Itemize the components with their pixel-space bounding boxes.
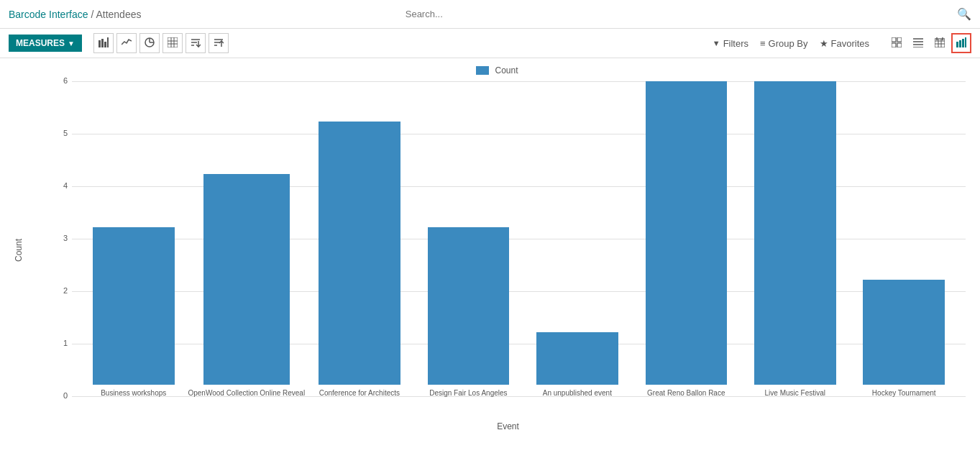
svg-rect-1: [101, 39, 104, 47]
svg-rect-21: [897, 37, 902, 42]
legend-label: Count: [495, 65, 518, 76]
bar-chart-button[interactable]: [93, 33, 114, 53]
y-tick-label: 0: [52, 391, 68, 400]
calendar-view-button[interactable]: [930, 33, 950, 53]
bar-label: OpenWood Collection Online Reveal: [188, 389, 305, 397]
bar-label: Conference for Architects: [305, 389, 413, 397]
table-icon: [168, 37, 178, 50]
y-tick-label: 1: [52, 339, 68, 347]
svg-rect-38: [965, 37, 966, 47]
sort-desc-button[interactable]: [209, 33, 229, 53]
chart-inner: 0123456 Business workshopsOpenWood Colle…: [50, 81, 966, 419]
view-icons: [887, 33, 971, 53]
bar-group[interactable]: Design Fair Los Angeles: [414, 81, 523, 397]
bar: [863, 280, 945, 385]
search-icon[interactable]: 🔍: [957, 7, 971, 21]
measures-arrow-icon: ▼: [68, 40, 75, 47]
list-view-icon: [913, 37, 923, 50]
measures-button[interactable]: MEASURES ▼: [9, 35, 82, 52]
svg-rect-0: [99, 40, 101, 47]
filter-group: ▼ Filters ≡ Group By ★ Favorites: [713, 38, 869, 49]
bar-label: Design Fair Los Angeles: [414, 389, 523, 397]
line-chart-icon: [122, 37, 132, 50]
pie-chart-icon: [145, 37, 155, 50]
bars-area: Business workshopsOpenWood Collection On…: [72, 81, 966, 397]
y-axis-label: Count: [14, 238, 24, 261]
svg-rect-3: [107, 37, 109, 47]
breadcrumb-part2: Attendees: [96, 9, 141, 20]
svg-rect-28: [935, 39, 945, 47]
y-tick-label: 5: [52, 129, 68, 137]
search-input[interactable]: [406, 9, 693, 19]
bar: [93, 227, 175, 385]
y-tick-label: 2: [52, 286, 68, 295]
group-by-icon: ≡: [760, 38, 766, 49]
legend-color-swatch: [476, 66, 489, 75]
bar: [203, 174, 290, 385]
favorites-label: Favorites: [831, 38, 869, 49]
svg-rect-36: [959, 40, 961, 47]
measures-label: MEASURES: [16, 38, 65, 48]
group-by-button[interactable]: ≡ Group By: [760, 38, 808, 49]
bar: [428, 227, 510, 385]
sort-desc-icon: [214, 37, 224, 50]
breadcrumb-sep: /: [88, 9, 96, 20]
x-axis-label: Event: [29, 421, 966, 431]
table-button[interactable]: [162, 33, 183, 53]
y-axis: Count: [29, 81, 50, 419]
bar: [536, 332, 618, 385]
bar-chart-icon: [99, 37, 109, 50]
svg-rect-23: [897, 43, 902, 47]
bar: [319, 122, 400, 385]
sort-asc-icon: [191, 37, 201, 50]
breadcrumb-part1[interactable]: Barcode Interface: [9, 9, 88, 20]
filters-button[interactable]: ▼ Filters: [713, 38, 748, 49]
bar-group[interactable]: Live Music Festival: [741, 81, 849, 397]
pie-chart-button[interactable]: [139, 33, 160, 53]
bar-group[interactable]: Conference for Architects: [305, 81, 413, 397]
filters-label: Filters: [723, 38, 748, 49]
filter-icon: ▼: [713, 39, 720, 47]
list-view-button[interactable]: [908, 33, 928, 53]
chart-container: Count Count 0123456 Business workshopsOp…: [0, 58, 980, 467]
star-icon: ★: [820, 38, 828, 49]
y-tick-label: 3: [52, 234, 68, 242]
bar-label: Hockey Tournament: [850, 389, 958, 397]
chart-legend: Count: [29, 65, 966, 76]
y-tick-label: 6: [52, 76, 68, 85]
bar-label: An unpublished event: [523, 389, 631, 397]
svg-rect-20: [892, 37, 896, 42]
chart-area: Count 0123456 Business workshopsOpenWood…: [29, 81, 966, 419]
bar-label: Live Music Festival: [741, 389, 849, 397]
breadcrumb: Barcode Interface / Attendees: [9, 9, 141, 20]
header: Barcode Interface / Attendees 🔍: [0, 0, 980, 29]
bar: [754, 81, 836, 385]
line-chart-button[interactable]: [116, 33, 137, 53]
svg-rect-2: [104, 42, 106, 47]
group-by-label: Group By: [769, 38, 808, 49]
chart-view-button[interactable]: [951, 33, 971, 53]
grid-view-icon: [892, 37, 902, 50]
bar-label: Great Reno Ballon Race: [632, 389, 741, 397]
svg-rect-22: [892, 43, 896, 47]
bar-group[interactable]: An unpublished event: [523, 81, 631, 397]
bar-group[interactable]: OpenWood Collection Online Reveal: [188, 81, 305, 397]
search-bar: [141, 9, 957, 19]
bar-label: Business workshops: [79, 389, 188, 397]
bar-group[interactable]: Hockey Tournament: [850, 81, 958, 397]
bar: [646, 81, 728, 385]
favorites-button[interactable]: ★ Favorites: [820, 38, 869, 49]
svg-rect-35: [956, 42, 958, 47]
toolbar: MEASURES ▼ ▼ Filters: [0, 29, 980, 58]
y-tick-label: 4: [52, 181, 68, 190]
bar-group[interactable]: Business workshops: [79, 81, 188, 397]
svg-rect-7: [168, 37, 178, 47]
calendar-view-icon: [935, 37, 945, 50]
bar-group[interactable]: Great Reno Ballon Race: [632, 81, 741, 397]
chart-view-icon: [956, 37, 966, 50]
sort-asc-button[interactable]: [186, 33, 206, 53]
grid-view-button[interactable]: [887, 33, 907, 53]
svg-rect-37: [962, 39, 964, 47]
